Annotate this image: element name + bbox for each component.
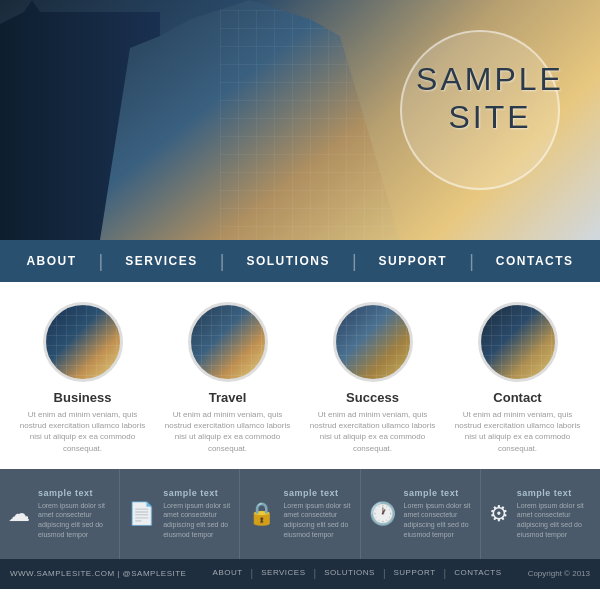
info-section: ☁ sample text Lorem ipsum dolor sit amet… (0, 469, 600, 559)
footer-nav-contacts[interactable]: CONTACTS (454, 568, 501, 579)
site-footer: WWW.SAMPLESITE.COM | @SAMPLESITE ABOUT |… (0, 559, 600, 589)
footer-sep-1: | (251, 568, 254, 579)
feature-circle-contact (478, 302, 558, 382)
info-desc-lock: Lorem ipsum dolor sit amet consectetur a… (283, 501, 351, 540)
cloud-icon: ☁ (8, 501, 30, 527)
nav-items-container: ABOUT | SERVICES | SOLUTIONS | SUPPORT |… (4, 240, 595, 282)
feature-success: Success Ut enim ad minim veniam, quis no… (308, 302, 438, 454)
features-section: Business Ut enim ad minim veniam, quis n… (0, 282, 600, 469)
footer-nav-about[interactable]: ABOUT (213, 568, 243, 579)
feature-text-contact: Ut enim ad minim veniam, quis nostrud ex… (453, 409, 583, 454)
info-text-lock: sample text Lorem ipsum dolor sit amet c… (283, 488, 351, 540)
lock-icon: 🔒 (248, 501, 275, 527)
nav-item-about[interactable]: ABOUT (4, 240, 98, 282)
info-label-cloud: sample text (38, 488, 111, 498)
hero-title: SAMPLE SITE (400, 60, 580, 137)
nav-item-solutions[interactable]: SOLUTIONS (224, 240, 352, 282)
info-label-lock: sample text (283, 488, 351, 498)
info-label-gear: sample text (517, 488, 592, 498)
footer-nav-support[interactable]: SUPPORT (393, 568, 435, 579)
info-desc-cloud: Lorem ipsum dolor sit amet consectetur a… (38, 501, 111, 540)
info-label-doc: sample text (163, 488, 231, 498)
info-col-cloud: ☁ sample text Lorem ipsum dolor sit amet… (0, 469, 120, 559)
footer-site-info: WWW.SAMPLESITE.COM | @SAMPLESITE (10, 569, 186, 578)
nav-item-contacts[interactable]: CONTACTS (474, 240, 596, 282)
circle-building-2 (191, 305, 265, 379)
footer-nav-solutions[interactable]: SOLUTIONS (324, 568, 375, 579)
feature-travel: Travel Ut enim ad minim veniam, quis nos… (163, 302, 293, 454)
info-col-clock: 🕐 sample text Lorem ipsum dolor sit amet… (361, 469, 481, 559)
info-col-gear: ⚙ sample text Lorem ipsum dolor sit amet… (481, 469, 600, 559)
feature-circle-business (43, 302, 123, 382)
footer-sep-3: | (383, 568, 386, 579)
footer-sep-2: | (314, 568, 317, 579)
feature-text-travel: Ut enim ad minim veniam, quis nostrud ex… (163, 409, 293, 454)
circle-building-4 (481, 305, 555, 379)
nav-item-services[interactable]: SERVICES (103, 240, 219, 282)
feature-text-success: Ut enim ad minim veniam, quis nostrud ex… (308, 409, 438, 454)
info-col-lock: 🔒 sample text Lorem ipsum dolor sit amet… (240, 469, 360, 559)
hero-section: SAMPLE SITE (0, 0, 600, 240)
footer-copyright: Copyright © 2013 (528, 569, 590, 578)
nav-item-support[interactable]: SUPPORT (357, 240, 470, 282)
info-label-clock: sample text (404, 488, 472, 498)
feature-title-travel: Travel (209, 390, 247, 405)
feature-circle-travel (188, 302, 268, 382)
hero-title-line1: SAMPLE (416, 61, 564, 97)
info-desc-gear: Lorem ipsum dolor sit amet consectetur a… (517, 501, 592, 540)
info-text-doc: sample text Lorem ipsum dolor sit amet c… (163, 488, 231, 540)
hero-title-line2: SITE (448, 99, 531, 135)
info-text-gear: sample text Lorem ipsum dolor sit amet c… (517, 488, 592, 540)
feature-title-contact: Contact (493, 390, 541, 405)
info-col-doc: 📄 sample text Lorem ipsum dolor sit amet… (120, 469, 240, 559)
info-text-cloud: sample text Lorem ipsum dolor sit amet c… (38, 488, 111, 540)
document-icon: 📄 (128, 501, 155, 527)
circle-building-1 (46, 305, 120, 379)
feature-title-business: Business (54, 390, 112, 405)
info-desc-doc: Lorem ipsum dolor sit amet consectetur a… (163, 501, 231, 540)
info-desc-clock: Lorem ipsum dolor sit amet consectetur a… (404, 501, 472, 540)
feature-text-business: Ut enim ad minim veniam, quis nostrud ex… (18, 409, 148, 454)
main-navbar: ABOUT | SERVICES | SOLUTIONS | SUPPORT |… (0, 240, 600, 282)
footer-sep-4: | (444, 568, 447, 579)
feature-circle-success (333, 302, 413, 382)
gear-icon: ⚙ (489, 501, 509, 527)
clock-icon: 🕐 (369, 501, 396, 527)
footer-nav: ABOUT | SERVICES | SOLUTIONS | SUPPORT |… (213, 568, 502, 579)
feature-contact: Contact Ut enim ad minim veniam, quis no… (453, 302, 583, 454)
feature-business: Business Ut enim ad minim veniam, quis n… (18, 302, 148, 454)
footer-nav-services[interactable]: SERVICES (261, 568, 305, 579)
info-text-clock: sample text Lorem ipsum dolor sit amet c… (404, 488, 472, 540)
circle-building-3 (336, 305, 410, 379)
feature-title-success: Success (346, 390, 399, 405)
